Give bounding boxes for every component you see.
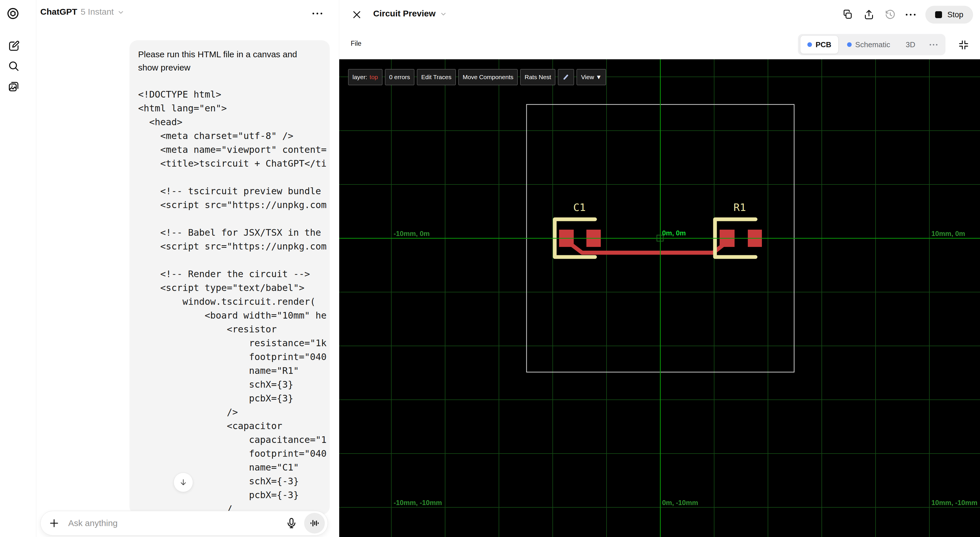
chevron-down-icon <box>117 9 124 16</box>
microphone-icon[interactable] <box>285 517 298 529</box>
pcb-coordinate-label: -10mm, -10mm <box>394 499 442 507</box>
model-selector[interactable]: ChatGPT 5 Instant <box>40 7 124 17</box>
search-icon[interactable] <box>8 60 20 73</box>
view-tabs: PCB Schematic 3D <box>798 34 945 55</box>
pcb-coordinate-label: 0m, 0m <box>662 229 686 237</box>
attach-plus-icon[interactable] <box>48 517 60 529</box>
copy-icon[interactable] <box>842 9 853 21</box>
pcb-drawing: C1R1-10mm, 0m0m, 0m10mm, 0m-10mm, -10mm0… <box>339 59 980 537</box>
sidebar <box>0 0 36 537</box>
canvas-title-selector[interactable]: Circuit Preview <box>373 9 447 18</box>
pcb-status-dot <box>807 42 812 47</box>
layer-button[interactable]: layer: top <box>348 69 382 85</box>
tab-pcb[interactable]: PCB <box>800 35 838 54</box>
canvas-more-options-icon[interactable] <box>906 14 916 16</box>
pcb-component-label-C1: C1 <box>573 201 585 213</box>
user-message-code: <!DOCTYPE html> <html lang="en"> <head> … <box>138 88 330 515</box>
app-title: ChatGPT <box>40 7 77 17</box>
pcb-coordinate-label: 10mm, 0m <box>931 229 965 237</box>
voice-mode-button[interactable] <box>304 513 325 534</box>
new-chat-icon[interactable] <box>8 40 20 53</box>
pcb-coordinate-label: 10mm, -10mm <box>931 499 977 507</box>
canvas-menubar: File PCB Schematic 3D <box>339 29 980 59</box>
pcb-coordinate-label: 0m, -10mm <box>662 499 698 507</box>
pcb-canvas[interactable]: C1R1-10mm, 0m0m, 0m10mm, 0m-10mm, -10mm0… <box>339 59 980 537</box>
collapse-icon[interactable] <box>958 39 970 51</box>
tab-schematic[interactable]: Schematic <box>840 36 897 54</box>
user-message-bubble: Please run this HTML file in a canvas an… <box>129 40 330 515</box>
file-menu[interactable]: File <box>351 40 361 48</box>
tabs-more-icon[interactable] <box>924 44 943 45</box>
chevron-down-icon <box>440 10 447 18</box>
edit-traces-button[interactable]: Edit Traces <box>417 69 456 85</box>
pcb-toolbar: layer: top 0 errors Edit Traces Move Com… <box>348 69 606 85</box>
share-icon[interactable] <box>863 9 875 21</box>
history-icon[interactable] <box>885 9 896 21</box>
schematic-status-dot <box>847 42 852 47</box>
model-name: 5 Instant <box>81 7 114 17</box>
waveform-icon <box>309 518 320 529</box>
canvas-title: Circuit Preview <box>373 9 436 18</box>
errors-button[interactable]: 0 errors <box>385 69 414 85</box>
openai-logo-icon <box>6 7 19 20</box>
canvas-panel: Circuit Preview Stop <box>339 0 980 537</box>
close-icon[interactable] <box>351 9 363 21</box>
pencil-icon <box>562 73 570 81</box>
chat-input[interactable] <box>68 518 285 528</box>
composer <box>40 511 328 535</box>
pcb-component-label-R1: R1 <box>733 201 746 213</box>
chat-more-options-icon[interactable] <box>312 13 322 14</box>
canvas-header: Circuit Preview Stop <box>339 0 980 29</box>
view-dropdown-button[interactable]: View ▼ <box>577 69 606 85</box>
library-icon[interactable] <box>8 80 20 92</box>
chat-panel: ChatGPT 5 Instant Please run this HTML f… <box>36 0 339 537</box>
rats-nest-button[interactable]: Rats Nest <box>520 69 555 85</box>
move-components-button[interactable]: Move Components <box>458 69 518 85</box>
arrow-down-icon <box>179 478 188 487</box>
scroll-to-bottom-button[interactable] <box>173 473 193 492</box>
pcb-coordinate-label: -10mm, 0m <box>394 229 430 237</box>
stop-button[interactable]: Stop <box>925 6 973 24</box>
tab-3d[interactable]: 3D <box>899 36 922 54</box>
user-message-text: Please run this HTML file in a canvas an… <box>138 48 320 74</box>
stop-square-icon <box>935 11 942 18</box>
pencil-tool-button[interactable] <box>558 69 574 85</box>
app-window: ChatGPT 5 Instant Please run this HTML f… <box>0 0 980 537</box>
